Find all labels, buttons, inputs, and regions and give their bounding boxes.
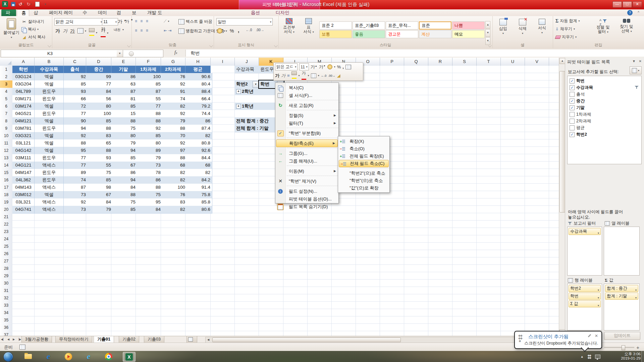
format-painter-button[interactable]: ◢서식 복사 bbox=[21, 34, 45, 40]
cell-H3[interactable]: 80.4 bbox=[185, 80, 212, 88]
cell-B8[interactable]: 엑셀 bbox=[35, 117, 64, 125]
panel-dropdown-icon[interactable]: ▼ bbox=[632, 59, 636, 63]
cell-B16[interactable]: 윈도우 bbox=[35, 176, 64, 184]
cell-A8[interactable]: 04M121 bbox=[12, 117, 35, 125]
column-header-U[interactable]: U bbox=[501, 58, 525, 66]
style-표준[interactable]: 표준 bbox=[419, 21, 451, 29]
cell-G12[interactable]: 97 bbox=[161, 147, 187, 155]
cell-E11[interactable]: 79 bbox=[111, 139, 138, 147]
submenu-item--학번2-으-로-축소[interactable]: "학번2"(으)로 축소 bbox=[338, 170, 389, 177]
cell-H12[interactable]: 92.6 bbox=[185, 147, 212, 155]
percent-style-button[interactable]: % bbox=[230, 28, 234, 34]
cell-E18[interactable]: 88 bbox=[111, 191, 138, 199]
pivot-item-2학년[interactable]: +2학년 bbox=[235, 88, 260, 96]
underline-button[interactable]: 가 bbox=[70, 28, 75, 34]
table-header-평균[interactable]: 평균 bbox=[185, 66, 211, 73]
wrap-text-button[interactable]: 텍스트 줄 바꿈 bbox=[178, 19, 212, 24]
cell-H4[interactable]: 88.4 bbox=[185, 88, 212, 96]
formula-input[interactable]: 학번 bbox=[185, 50, 644, 57]
row-header-12[interactable]: 12 bbox=[0, 147, 13, 155]
cut-button[interactable]: ✂잘라내기 bbox=[21, 19, 44, 24]
pivot-blank[interactable] bbox=[235, 95, 260, 103]
cell-F15[interactable]: 78 bbox=[136, 169, 163, 177]
cell-A7[interactable]: 04G521 bbox=[12, 110, 35, 118]
cell-B2[interactable]: 엑셀 bbox=[35, 73, 64, 81]
cell-F12[interactable]: 89 bbox=[136, 147, 163, 155]
copy-button[interactable]: 복사▾ bbox=[21, 26, 39, 32]
macro-record-icon[interactable] bbox=[19, 345, 25, 350]
sheet-tab-기출02[interactable]: 기출02 bbox=[119, 336, 139, 343]
notification-settings-icon[interactable] bbox=[588, 334, 591, 338]
row-header-19[interactable]: 19 bbox=[0, 198, 13, 206]
submenu-item--값-으-로-확장[interactable]: "값"(으)로 확장 bbox=[338, 184, 389, 192]
checkbox-평균[interactable] bbox=[570, 125, 575, 130]
cell-A14[interactable]: 04G121 bbox=[12, 162, 35, 169]
cell-E15[interactable]: 86 bbox=[111, 169, 138, 177]
column-header-E[interactable]: E bbox=[111, 58, 136, 66]
row-header-20[interactable]: 20 bbox=[0, 206, 13, 214]
prev-sheet-icon[interactable]: ◀ bbox=[6, 337, 11, 342]
cell-G11[interactable]: 92 bbox=[161, 139, 187, 147]
cell-H8[interactable]: 86 bbox=[185, 117, 212, 125]
cell-C9[interactable]: 94 bbox=[64, 125, 88, 132]
cell-F16[interactable]: 86 bbox=[136, 176, 163, 184]
fill-color-button[interactable]: ▾ bbox=[89, 28, 97, 37]
cell-E20[interactable]: 85 bbox=[111, 206, 138, 214]
cell-E13[interactable]: 85 bbox=[111, 154, 138, 162]
format-as-table-button[interactable]: 표서식 ▾ bbox=[299, 17, 318, 34]
column-header-G[interactable]: G bbox=[161, 58, 185, 66]
row-pill-학번2[interactable]: 학번2▾ bbox=[569, 285, 601, 292]
cell-E16[interactable]: 94 bbox=[111, 176, 138, 184]
dropbox-tray-icon[interactable]: ◆◆◆◆ bbox=[588, 354, 591, 359]
row-header-1[interactable]: 1 bbox=[0, 66, 13, 73]
mini-fill-color-icon[interactable] bbox=[291, 71, 297, 80]
cell-G13[interactable]: 88 bbox=[161, 154, 187, 162]
cell-E19[interactable]: 75 bbox=[111, 198, 138, 206]
cell-A19[interactable]: 03L321 bbox=[12, 198, 35, 206]
menu-item-그룹-해제-U-[interactable]: 그룹 해제(U)...← bbox=[275, 157, 338, 165]
row-pill-Σ 값[interactable]: Σ 값▾ bbox=[569, 300, 601, 307]
menu-item--학번-제거-V-[interactable]: "학번" 제거(V)✕ bbox=[275, 177, 338, 185]
mini-shrink-font[interactable]: 가▼ bbox=[319, 64, 326, 70]
tab-수식[interactable]: 수식 bbox=[78, 9, 93, 16]
cell-D9[interactable]: 88 bbox=[86, 125, 113, 132]
cell-B20[interactable]: 액세스 bbox=[35, 206, 64, 214]
mini-align-icon[interactable]: ≡ bbox=[287, 73, 290, 78]
cell-H2[interactable]: 90.6 bbox=[185, 73, 212, 81]
row-labels-area[interactable]: 학번2▾학번▾Σ 값▾ bbox=[567, 284, 602, 330]
row-header-8[interactable]: 8 bbox=[0, 117, 13, 125]
menu-item-확장-축소-E-[interactable]: 확장/축소(E)▶ bbox=[276, 139, 338, 147]
align-top-icons[interactable]: ≡ ≡ ≡ bbox=[135, 19, 149, 23]
cell-B9[interactable]: 윈도우 bbox=[35, 125, 64, 132]
cell-E3[interactable]: 63 bbox=[111, 80, 138, 88]
vertical-scroll-thumb[interactable] bbox=[559, 71, 565, 213]
table-header-중간[interactable]: 중간 bbox=[86, 66, 111, 73]
insert-cells-button[interactable]: 삽입▾ bbox=[494, 18, 513, 36]
scroll-up-icon[interactable]: ▲ bbox=[559, 58, 565, 64]
mini-font-color-icon[interactable]: 가 bbox=[302, 70, 306, 81]
taskbar-media-player[interactable] bbox=[62, 352, 74, 361]
cell-E7[interactable]: 15 bbox=[111, 110, 138, 118]
phonetic-button[interactable]: 내천▾ bbox=[114, 28, 124, 31]
field-수강과목[interactable]: ✓수강과목 bbox=[568, 84, 641, 91]
row-header-36[interactable]: 36 bbox=[0, 324, 13, 331]
field-1차과제[interactable]: 1차과제 bbox=[568, 111, 641, 118]
pill-dropdown-icon[interactable]: ▾ bbox=[635, 287, 637, 292]
cell-E9[interactable]: 75 bbox=[111, 125, 138, 132]
zoom-in-icon[interactable]: + bbox=[636, 345, 639, 350]
cell-H19[interactable]: 85.8 bbox=[185, 198, 212, 206]
fx-icon[interactable]: fx bbox=[174, 50, 177, 55]
cell-F4[interactable]: 87 bbox=[136, 88, 163, 96]
cell-B6[interactable]: 엑셀 bbox=[35, 103, 64, 110]
row-header-15[interactable]: 15 bbox=[0, 169, 13, 177]
submenu-item-확장-X-[interactable]: 확장(X)+ bbox=[338, 138, 389, 145]
find-select-button[interactable]: 찾기 및선택 ▾ bbox=[616, 17, 637, 34]
cell-H9[interactable]: 87.4 bbox=[185, 125, 212, 132]
cell-F18[interactable]: 75 bbox=[136, 191, 163, 199]
cell-E2[interactable]: 86 bbox=[111, 73, 138, 81]
cell-A2[interactable]: 03G124 bbox=[12, 73, 35, 81]
column-header-F[interactable]: F bbox=[136, 58, 161, 66]
cell-C7[interactable]: 77 bbox=[64, 110, 88, 118]
row-header-2[interactable]: 2 bbox=[0, 73, 13, 81]
gallery-up-icon[interactable]: ▲ bbox=[485, 21, 490, 29]
